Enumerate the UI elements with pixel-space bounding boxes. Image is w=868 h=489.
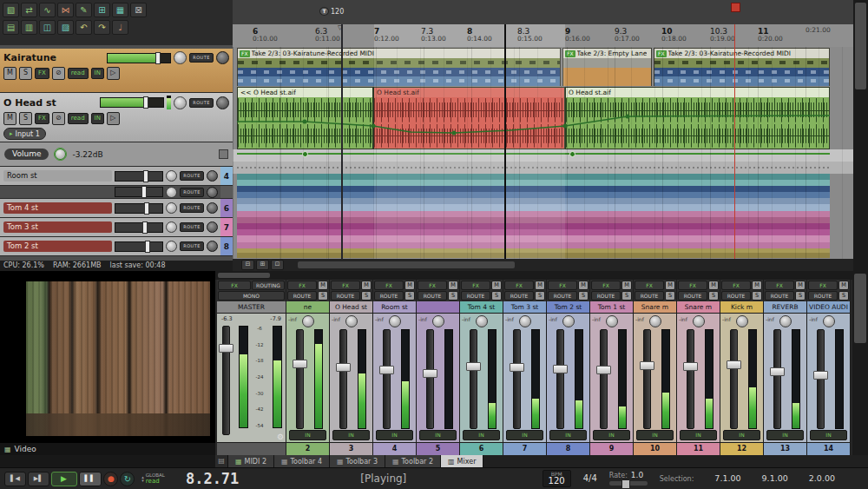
pan-knob[interactable]: [174, 51, 187, 64]
track-lane[interactable]: [237, 186, 830, 198]
docker-tab-bar[interactable]: ▤ ▦ MIDI 2 ▦ Toolbar 4 ▦ Toolbar 3: [0, 455, 868, 467]
record-arm-button[interactable]: [207, 221, 218, 233]
strip-name[interactable]: Snare m: [677, 301, 720, 314]
track-row-tom-2-st[interactable]: Tom 2 st ROUTE 8: [0, 237, 233, 256]
free-positioning-icon[interactable]: ✎: [76, 3, 92, 17]
volume-fader[interactable]: [817, 329, 825, 429]
fx-button[interactable]: FX: [765, 281, 794, 290]
mixer-strip-master[interactable]: FX ROUTING MONO MASTER -6.3-7.9 -6-12-18…: [217, 280, 286, 455]
fx-button[interactable]: FX: [374, 281, 404, 290]
media-item-midi[interactable]: FX Take 2/3: 03-Kairatune-Recorded MIDI: [654, 48, 830, 86]
mixer-strip-room-st[interactable]: FX M ROUTE S Room st -inf: [373, 280, 417, 455]
input-button[interactable]: IN: [419, 430, 457, 440]
mixer-strip-tom-1-st[interactable]: FX M ROUTE S Tom 1 st -inf: [590, 280, 634, 455]
snap-toggle-icon[interactable]: ⊞: [94, 3, 110, 17]
grid-toggle-icon[interactable]: ▦: [112, 3, 128, 17]
solo-button[interactable]: S: [708, 291, 719, 301]
strip-name[interactable]: Tom 2 st: [547, 301, 589, 314]
media-item-audio[interactable]: O Head st.aif: [565, 87, 830, 149]
playrate-slider[interactable]: [609, 481, 648, 486]
route-button[interactable]: ROUTE: [548, 291, 577, 301]
volume-fader[interactable]: [643, 329, 651, 429]
mute-button[interactable]: M: [621, 281, 632, 290]
redo-icon[interactable]: ↷: [94, 20, 110, 35]
mute-button[interactable]: M: [318, 281, 328, 290]
track-lane[interactable]: [237, 248, 830, 258]
pan-knob[interactable]: [562, 315, 575, 327]
mute-button[interactable]: M: [838, 281, 849, 290]
input-button[interactable]: IN: [376, 430, 413, 440]
route-button[interactable]: ROUTE: [461, 291, 490, 301]
item-fx-chip[interactable]: FX: [656, 50, 667, 57]
mixer-scrollbar[interactable]: [215, 271, 852, 280]
route-button[interactable]: ROUTE: [635, 291, 664, 301]
track-name[interactable]: Tom 2 st: [3, 241, 112, 252]
play-button[interactable]: ▶: [51, 472, 77, 486]
mixer-scroll-thumb[interactable]: [218, 273, 270, 278]
mute-button[interactable]: M: [708, 281, 719, 290]
mute-button[interactable]: M: [578, 281, 589, 290]
input-button[interactable]: IN: [332, 430, 370, 440]
fx-button[interactable]: FX: [635, 281, 664, 290]
fx-button[interactable]: FX: [591, 281, 621, 290]
record-arm-button[interactable]: [207, 170, 218, 182]
input-button[interactable]: IN: [549, 430, 587, 440]
route-button[interactable]: ROUTE: [591, 291, 621, 301]
input-button[interactable]: IN: [289, 430, 326, 440]
envelope-follow-icon[interactable]: ∿: [39, 3, 56, 17]
fx-button[interactable]: FX: [678, 281, 707, 290]
strip-name[interactable]: Tom 4 st: [460, 301, 503, 314]
mixer-strip-tom-3-st[interactable]: FX M ROUTE S Tom 3 st -inf: [503, 280, 547, 455]
solo-button[interactable]: S: [491, 291, 502, 301]
selection-display[interactable]: Selection: 7.1.00 9.1.00 2.0.00: [660, 473, 835, 483]
fx-button[interactable]: FX: [218, 281, 251, 290]
route-button[interactable]: ROUTE: [765, 291, 794, 301]
track-lane-kairatune[interactable]: FX Take 2/3: 03-Kairatune-Recorded MIDI …: [233, 47, 853, 87]
route-button[interactable]: ROUTE: [678, 291, 707, 301]
track-volume-fader[interactable]: [100, 97, 164, 108]
tab-toolbar-3[interactable]: ▦ Toolbar 3: [330, 455, 385, 467]
mixer-strip-kairatune[interactable]: FX M ROUTE S ne -inf: [286, 280, 330, 455]
automation-mode-button[interactable]: read: [68, 68, 89, 79]
item-grouping-icon[interactable]: ▧: [3, 3, 19, 17]
master-fader[interactable]: [222, 326, 230, 435]
go-to-end-button[interactable]: ▶▌: [28, 472, 49, 486]
mute-button[interactable]: M: [795, 281, 806, 290]
tempo-marker[interactable]: T120: [319, 7, 344, 16]
envelope-name[interactable]: Volume: [4, 149, 49, 160]
arrange-lanes[interactable]: FX Take 2/3: 03-Kairatune-Recorded MIDI …: [233, 47, 853, 259]
docker-menu-icon[interactable]: ▤: [215, 455, 228, 467]
pan-knob[interactable]: [174, 96, 187, 109]
input-button[interactable]: IN: [810, 430, 847, 440]
volume-fader[interactable]: [513, 329, 521, 429]
gear-icon[interactable]: ⚙: [277, 433, 284, 441]
item-fx-chip[interactable]: FX: [240, 50, 250, 57]
item-fx-chip[interactable]: FX: [565, 50, 575, 57]
volume-fader[interactable]: [773, 329, 781, 429]
track-name[interactable]: O Head st: [3, 97, 97, 109]
midi-editor-icon[interactable]: ▤: [3, 20, 19, 35]
strip-name[interactable]: [417, 301, 459, 314]
solo-button[interactable]: S: [535, 291, 545, 301]
zoom-out-icon[interactable]: ⊟: [241, 260, 254, 270]
volume-fader[interactable]: [556, 329, 564, 429]
time-signature[interactable]: 4/4: [583, 473, 597, 483]
volume-envelope-lane[interactable]: [233, 149, 853, 162]
play-position-display[interactable]: 8.2.71: [186, 470, 239, 487]
pan-knob[interactable]: [389, 315, 401, 327]
record-button[interactable]: ●: [103, 472, 118, 486]
fx-button[interactable]: FX: [35, 113, 49, 124]
track-name[interactable]: Tom 4 st: [3, 202, 112, 214]
locking-icon[interactable]: ⊠: [130, 3, 147, 17]
record-input-selector[interactable]: ▸Input 1: [3, 128, 46, 140]
mute-button[interactable]: M: [3, 67, 16, 80]
pan-knob[interactable]: [432, 315, 444, 327]
go-to-start-button[interactable]: ▌◀: [4, 472, 26, 486]
bpm-display[interactable]: BPM 120: [542, 470, 571, 488]
marker-lane[interactable]: T120: [233, 0, 853, 25]
route-button[interactable]: ROUTE: [180, 188, 204, 197]
zoom-fit-icon[interactable]: ⊡: [271, 260, 284, 270]
pan-knob[interactable]: [166, 170, 177, 182]
pan-knob[interactable]: [345, 315, 358, 327]
undo-icon[interactable]: ↶: [76, 20, 92, 35]
